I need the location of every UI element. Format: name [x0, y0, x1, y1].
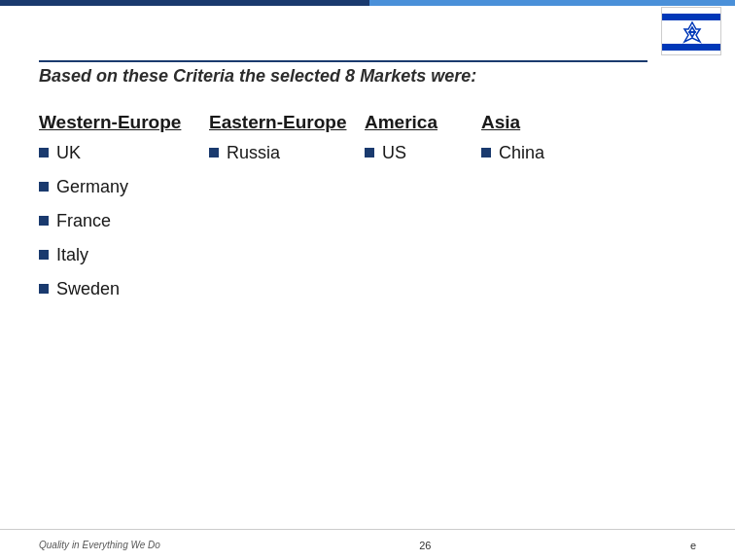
china-label: China [499, 143, 544, 163]
svg-rect-1 [662, 14, 721, 20]
asia-header: Asia [481, 112, 598, 133]
russia-label: Russia [227, 143, 280, 163]
list-item-italy: Italy [39, 245, 209, 265]
list-item-uk: UK [39, 143, 209, 163]
col-western-europe: Western-Europe UK Germany France Italy S… [39, 112, 209, 511]
logo-area [657, 4, 725, 57]
bullet-icon [365, 148, 374, 158]
footer-page-number: 26 [419, 540, 431, 551]
uk-label: UK [56, 143, 81, 163]
list-item-china: China [481, 143, 598, 163]
america-header: America [365, 112, 481, 133]
bullet-icon [39, 182, 49, 192]
western-europe-header: Western-Europe [39, 112, 209, 133]
italy-label: Italy [56, 245, 88, 265]
col-america: America US [365, 112, 481, 511]
footer: Quality in Everything We Do 26 e [0, 529, 735, 560]
bullet-icon [481, 148, 491, 158]
header-line [39, 60, 648, 62]
list-item-us: US [365, 143, 481, 163]
list-item-sweden: Sweden [39, 279, 209, 299]
germany-label: Germany [56, 177, 128, 197]
svg-rect-2 [662, 44, 721, 51]
top-bar-left [0, 0, 369, 6]
list-item-germany: Germany [39, 177, 209, 197]
list-item-russia: Russia [209, 143, 365, 163]
bullet-icon [39, 284, 49, 294]
flag-icon [661, 7, 721, 55]
bullet-icon [39, 216, 49, 226]
content-area: Western-Europe UK Germany France Italy S… [39, 112, 696, 511]
col-asia: Asia China [481, 112, 598, 511]
col-eastern-europe: Eastern-Europe Russia [209, 112, 365, 511]
france-label: France [56, 211, 111, 231]
page-title: Based on these Criteria the selected 8 M… [39, 66, 476, 87]
bullet-icon [39, 250, 49, 260]
sweden-label: Sweden [56, 279, 120, 299]
footer-right-text: e [690, 540, 696, 551]
bullet-icon [39, 148, 49, 158]
list-item-france: France [39, 211, 209, 231]
footer-tagline: Quality in Everything We Do [39, 540, 160, 550]
us-label: US [382, 143, 406, 163]
eastern-europe-header: Eastern-Europe [209, 112, 365, 133]
bullet-icon [209, 148, 219, 158]
